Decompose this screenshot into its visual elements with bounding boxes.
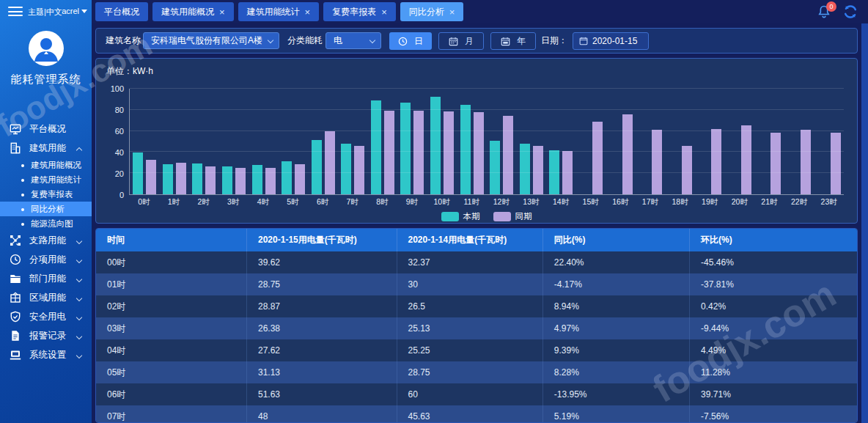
table-cell: 4.49% [690, 339, 857, 361]
sidebar-subitem-label: 复费率报表 [31, 190, 73, 199]
chart-bar-同期 [711, 129, 721, 194]
building-select[interactable]: 安科瑞电气股份有限公司A楼 [143, 32, 279, 49]
tab-建筑用能概况[interactable]: 建筑用能概况× [152, 2, 234, 21]
legend-item-同期[interactable]: 同期 [493, 211, 532, 222]
table-cell: 39.62 [247, 251, 397, 273]
sidebar-item-区域用能[interactable]: 区域用能 [0, 288, 92, 307]
chart-category-group [487, 89, 517, 194]
sidebar-subitem-建筑用能统计[interactable]: 建筑用能统计 [0, 172, 92, 187]
table-cell: 45.63 [397, 405, 542, 423]
table-cell: 22.40% [542, 251, 689, 273]
table-cell: 39.71% [690, 383, 857, 405]
table-cell: -37.81% [690, 273, 857, 295]
sidebar-item-支路用能[interactable]: 支路用能 [0, 231, 92, 250]
day-button-label: 日 [414, 35, 423, 48]
tab-close-icon[interactable]: × [381, 7, 387, 17]
table-row: 04时27.6225.259.39%4.49% [96, 339, 857, 361]
table-cell: 8.94% [542, 295, 689, 317]
tab-close-icon[interactable]: × [305, 7, 311, 17]
chart-bar-同期 [295, 164, 305, 194]
top-tab-bar: 平台概况建筑用能概况×建筑用能统计×复费率报表×同比分析× 0 [92, 0, 868, 23]
x-tick-label: 22时 [784, 197, 814, 207]
branch-icon [10, 235, 21, 246]
tab-label: 建筑用能统计 [247, 2, 300, 21]
bullet-icon [21, 223, 24, 226]
bar-chart-plot [129, 89, 844, 195]
x-tick-label: 18时 [665, 197, 695, 207]
chart-bar-本期 [133, 152, 143, 194]
chart-bar-本期 [460, 105, 471, 194]
tab-平台概况[interactable]: 平台概况 [95, 2, 148, 21]
tab-复费率报表[interactable]: 复费率报表× [323, 2, 396, 21]
user-menu[interactable]: acrel [62, 7, 87, 15]
sidebar-subitem-建筑用能概况[interactable]: 建筑用能概况 [0, 158, 92, 172]
chart-category-group [279, 89, 309, 194]
chart-bar-本期 [371, 100, 381, 194]
chart-bar-同期 [265, 168, 276, 194]
sidebar-item-安全用电[interactable]: 安全用电 [0, 307, 92, 326]
refresh-icon[interactable] [842, 4, 858, 23]
sidebar-item-平台概况[interactable]: 平台概况 [0, 119, 92, 139]
table-cell: 48 [247, 405, 397, 423]
table-cell: 28.75 [397, 361, 542, 383]
hamburger-menu-icon[interactable] [8, 7, 23, 17]
page-scrollbar[interactable] [861, 23, 868, 423]
notification-bell-icon[interactable]: 0 [817, 4, 831, 23]
sidebar-item-部门用能[interactable]: 部门用能 [0, 269, 92, 288]
chart-category-group [249, 89, 279, 194]
chart-x-axis: 0时1时2时3时4时5时6时7时8时9时10时11时12时13时14时15时16… [129, 197, 844, 207]
sidebar-subitem-复费率报表[interactable]: 复费率报表 [0, 187, 92, 202]
theme-language-switch[interactable]: 主题|中文 [28, 7, 62, 18]
chart-category-group [814, 89, 844, 194]
table-cell: 00时 [96, 251, 247, 273]
year-mode-button[interactable]: 年 [490, 32, 536, 50]
sidebar-item-label: 区域用能 [29, 293, 66, 303]
chart-category-group [606, 89, 636, 194]
avatar [29, 31, 64, 66]
chart-bar-本期 [252, 165, 262, 194]
user-name: acrel [62, 7, 79, 15]
settings-icon [10, 349, 21, 361]
sidebar-item-建筑用能[interactable]: 建筑用能 [0, 139, 92, 158]
sidebar-subitem-label: 建筑用能统计 [31, 175, 81, 184]
table-header-cell: 环比(%) [690, 229, 857, 251]
x-tick-label: 20时 [725, 197, 755, 207]
sidebar-subitem-能源流向图[interactable]: 能源流向图 [0, 216, 92, 231]
sidebar-item-报警记录[interactable]: 报警记录 [0, 326, 92, 345]
legend-label: 同期 [515, 211, 532, 222]
table-header-cell: 2020-1-14用电量(千瓦时) [397, 229, 542, 251]
tab-close-icon[interactable]: × [449, 7, 455, 17]
energy-type-select[interactable]: 电 [326, 32, 381, 49]
user-icon [29, 31, 64, 66]
table-header-cell: 时间 [96, 229, 247, 251]
tab-同比分析[interactable]: 同比分析× [400, 2, 464, 21]
table-cell: 32.37 [397, 251, 542, 273]
day-mode-button[interactable]: 日 [389, 32, 432, 50]
tab-close-icon[interactable]: × [219, 7, 225, 17]
chart-category-group [308, 89, 338, 194]
sidebar-subitem-同比分析[interactable]: 同比分析 [0, 202, 92, 216]
chart-bar-同期 [770, 133, 781, 194]
chart-category-group [754, 89, 784, 194]
month-mode-button[interactable]: 月 [438, 32, 484, 50]
filter-bar: 建筑名称： 安科瑞电气股份有限公司A楼 分类能耗： 电 日 月 年 日期： [95, 28, 858, 54]
table-cell: 26.38 [247, 317, 397, 339]
tab-建筑用能统计[interactable]: 建筑用能统计× [238, 2, 320, 21]
y-tick-label: 80 [96, 106, 124, 114]
bullet-icon [21, 194, 24, 196]
sidebar-item-系统设置[interactable]: 系统设置 [0, 345, 92, 364]
table-cell: 06时 [96, 383, 247, 405]
sidebar-subitem-label: 建筑用能概况 [31, 161, 81, 169]
table-cell: 30 [397, 273, 542, 295]
report-icon [10, 330, 21, 342]
date-input[interactable]: 2020-01-15 [573, 32, 649, 50]
tab-label: 同比分析 [409, 2, 444, 21]
chart-category-group [160, 89, 190, 194]
chart-bar-本期 [430, 97, 441, 194]
sidebar-item-分项用能[interactable]: 分项用能 [0, 250, 92, 269]
shield-icon [10, 311, 21, 323]
chart-bar-同期 [831, 133, 841, 194]
x-tick-label: 15时 [575, 197, 606, 207]
chart-category-group [665, 89, 695, 194]
legend-item-本期[interactable]: 本期 [441, 211, 480, 222]
